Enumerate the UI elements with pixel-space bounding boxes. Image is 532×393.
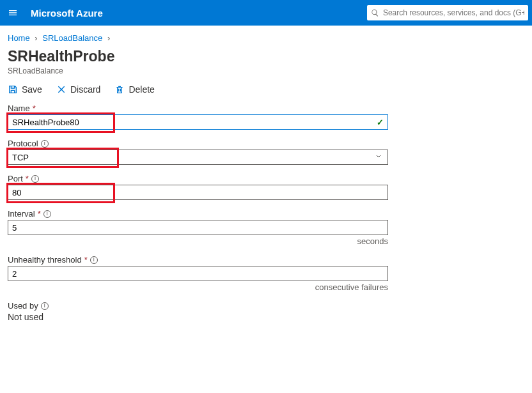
port-input-wrap[interactable] — [8, 185, 388, 200]
name-input[interactable] — [12, 118, 377, 127]
threshold-input-wrap[interactable] — [8, 266, 388, 281]
delete-button[interactable]: Delete — [114, 84, 154, 95]
interval-field: Interval * i seconds — [8, 209, 389, 246]
save-icon — [8, 84, 18, 95]
health-probe-form: Name * ✓ Protocol i TCP Port * i — [0, 100, 396, 335]
interval-hint: seconds — [8, 236, 388, 246]
required-indicator: * — [38, 209, 41, 219]
chevron-right-icon: › — [35, 33, 37, 43]
interval-input-wrap[interactable] — [8, 220, 388, 235]
used-by-value: Not used — [8, 312, 389, 322]
trash-icon — [114, 84, 125, 95]
global-search[interactable] — [367, 5, 528, 20]
menu-toggle-button[interactable] — [0, 0, 26, 26]
threshold-input[interactable] — [12, 269, 384, 279]
required-indicator: * — [26, 174, 29, 183]
name-input-wrap[interactable]: ✓ — [8, 114, 388, 130]
global-search-input[interactable] — [383, 8, 524, 17]
top-bar: Microsoft Azure — [0, 0, 532, 26]
valid-check-icon: ✓ — [377, 118, 384, 127]
required-indicator: * — [33, 104, 36, 113]
discard-label: Discard — [70, 84, 100, 95]
breadcrumb-home[interactable]: Home — [8, 33, 30, 43]
page-header: SRHealthProbe SRLoadBalance — [0, 48, 532, 75]
breadcrumb: Home › SRLoadBalance › — [0, 26, 532, 48]
info-icon[interactable]: i — [90, 256, 98, 264]
info-icon[interactable]: i — [31, 175, 39, 183]
used-by-field: Used by i Not used — [8, 301, 389, 322]
protocol-label: Protocol — [8, 139, 38, 148]
discard-button[interactable]: Discard — [56, 84, 100, 95]
interval-label: Interval — [8, 209, 35, 219]
port-field: Port * i — [8, 174, 389, 200]
brand-label: Microsoft Azure — [31, 8, 103, 19]
info-icon[interactable]: i — [41, 302, 49, 310]
threshold-hint: consecutive failures — [8, 282, 388, 292]
interval-input[interactable] — [12, 223, 384, 233]
delete-label: Delete — [129, 84, 154, 95]
hamburger-icon — [8, 8, 18, 18]
protocol-field: Protocol i TCP — [8, 139, 389, 165]
info-icon[interactable]: i — [41, 140, 49, 148]
close-icon — [56, 84, 66, 95]
threshold-field: Unhealthy threshold * i consecutive fail… — [8, 255, 389, 292]
used-by-label: Used by — [8, 301, 38, 311]
save-button[interactable]: Save — [8, 84, 42, 95]
protocol-select[interactable]: TCP — [12, 153, 384, 162]
port-input[interactable] — [12, 188, 384, 197]
name-field: Name * ✓ — [8, 104, 389, 130]
info-icon[interactable]: i — [43, 210, 51, 218]
page-subtitle: SRLoadBalance — [8, 66, 524, 75]
page-title: SRHealthProbe — [8, 48, 524, 65]
name-label: Name — [8, 104, 30, 113]
port-label: Port — [8, 174, 23, 183]
chevron-right-icon: › — [107, 33, 110, 43]
save-label: Save — [22, 84, 42, 95]
search-icon — [371, 8, 379, 17]
protocol-select-wrap[interactable]: TCP — [8, 150, 388, 165]
command-toolbar: Save Discard Delete — [0, 75, 532, 100]
threshold-label: Unhealthy threshold — [8, 255, 82, 265]
breadcrumb-parent[interactable]: SRLoadBalance — [42, 33, 102, 43]
required-indicator: * — [84, 255, 88, 265]
